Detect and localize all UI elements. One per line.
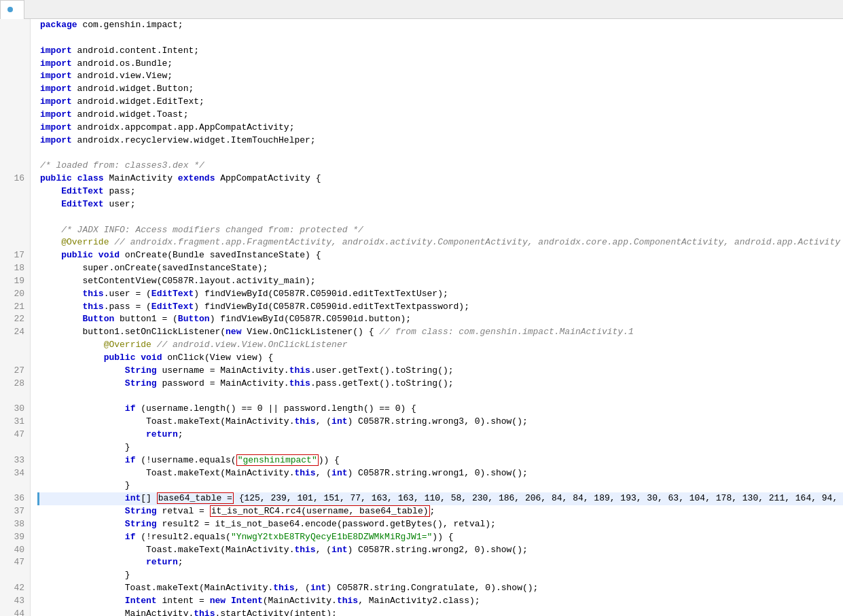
line-number: 22	[5, 313, 24, 326]
line-number: 39	[5, 531, 24, 544]
tab-bar	[0, 0, 843, 19]
code-line: EditText user;	[37, 198, 843, 211]
code-line: String result2 = it_is_not_base64.encode…	[37, 518, 843, 531]
code-line: if (!username.equals("genshinimpact")) {	[37, 454, 843, 467]
line-number: 28	[5, 378, 24, 391]
code-line: button1.setOnClickListener(new View.OnCl…	[37, 326, 843, 339]
line-number: 43	[5, 595, 24, 608]
line-number	[5, 134, 24, 147]
line-number	[5, 211, 24, 224]
code-line	[37, 211, 843, 224]
line-number: 31	[5, 416, 24, 429]
code-line: Toast.makeText(MainActivity.this, (int) …	[37, 467, 843, 480]
code-line: MainActivity.this.startActivity(intent);	[37, 608, 843, 616]
code-line: import android.content.Intent;	[37, 45, 843, 58]
line-number: 42	[5, 582, 24, 595]
line-numbers: 1617181920212224272830314733343637383940…	[0, 19, 31, 616]
code-line: int[] base64_table = {125, 239, 101, 151…	[37, 492, 843, 505]
code-line: Intent intent = new Intent(MainActivity.…	[37, 595, 843, 608]
code-line: @Override // android.view.View.OnClickLi…	[37, 339, 843, 352]
line-number: 17	[5, 249, 24, 262]
code-line: import android.widget.Button;	[37, 83, 843, 96]
line-number	[5, 479, 24, 492]
line-number: 47	[5, 429, 24, 441]
line-number	[5, 441, 24, 454]
code-line: /* JADX INFO: Access modifiers changed f…	[37, 224, 843, 237]
line-number: 27	[5, 365, 24, 378]
line-number: 37	[5, 505, 24, 518]
line-number: 38	[5, 518, 24, 531]
line-number: 19	[5, 275, 24, 288]
code-line: String retval = it_is_not_RC4.rc4(userna…	[37, 505, 843, 518]
line-number	[5, 122, 24, 134]
code-line: super.onCreate(savedInstanceState);	[37, 262, 843, 275]
main-activity-tab[interactable]	[0, 0, 24, 19]
code-line: public void onCreate(Bundle savedInstanc…	[37, 249, 843, 262]
code-line: import android.os.Bundle;	[37, 58, 843, 71]
code-line	[37, 390, 843, 403]
code-line: if (username.length() == 0 || password.l…	[37, 403, 843, 416]
code-line: setContentView(C0587R.layout.activity_ma…	[37, 275, 843, 288]
line-number: 44	[5, 608, 24, 616]
line-number	[5, 83, 24, 96]
code-line: import androidx.appcompat.app.AppCompatA…	[37, 122, 843, 134]
code-line: import androidx.recyclerview.widget.Item…	[37, 134, 843, 147]
line-number	[5, 70, 24, 83]
line-number: 34	[5, 467, 24, 480]
code-line: EditText pass;	[37, 185, 843, 198]
code-line: }	[37, 479, 843, 492]
line-number	[5, 198, 24, 211]
line-number	[5, 109, 24, 122]
line-number	[5, 45, 24, 58]
line-number: 24	[5, 326, 24, 339]
line-number	[5, 19, 24, 32]
code-line: if (!result2.equals("YnwgY2txbE8TRyQecyE…	[37, 531, 843, 544]
line-number	[5, 236, 24, 249]
code-line: this.user = (EditText) findViewById(C058…	[37, 288, 843, 301]
line-number	[5, 160, 24, 173]
line-number: 20	[5, 288, 24, 301]
code-line: @Override // androidx.fragment.app.Fragm…	[37, 236, 843, 249]
line-number: 40	[5, 544, 24, 557]
code-line: String username = MainActivity.this.user…	[37, 365, 843, 378]
code-content: package com.genshin.impact;import androi…	[31, 19, 843, 616]
code-line: Toast.makeText(MainActivity.this, (int) …	[37, 544, 843, 557]
code-line: public void onClick(View view) {	[37, 352, 843, 365]
line-number	[5, 224, 24, 237]
code-line: Toast.makeText(MainActivity.this, (int) …	[37, 416, 843, 429]
line-number: 21	[5, 301, 24, 314]
line-number	[5, 390, 24, 403]
code-line: /* loaded from: classes3.dex */	[37, 160, 843, 173]
code-line: }	[37, 441, 843, 454]
line-number: 33	[5, 454, 24, 467]
code-line: public class MainActivity extends AppCom…	[37, 173, 843, 185]
code-line: }	[37, 569, 843, 582]
line-number: 47	[5, 556, 24, 569]
code-line: import android.view.View;	[37, 70, 843, 83]
code-line: Toast.makeText(MainActivity.this, (int) …	[37, 582, 843, 595]
code-line: import android.widget.EditText;	[37, 96, 843, 109]
code-line: return;	[37, 556, 843, 569]
code-line: import android.widget.Toast;	[37, 109, 843, 122]
line-number	[5, 569, 24, 582]
code-line	[37, 32, 843, 45]
line-number	[5, 185, 24, 198]
line-number: 36	[5, 492, 24, 505]
line-number	[5, 352, 24, 365]
code-line: package com.genshin.impact;	[37, 19, 843, 32]
code-line: return;	[37, 429, 843, 441]
line-number: 16	[5, 173, 24, 185]
line-number	[5, 147, 24, 160]
code-line: String password = MainActivity.this.pass…	[37, 378, 843, 391]
line-number	[5, 32, 24, 45]
code-area: 1617181920212224272830314733343637383940…	[0, 19, 843, 616]
line-number	[5, 339, 24, 352]
code-line	[37, 147, 843, 160]
code-line: this.pass = (EditText) findViewById(C058…	[37, 301, 843, 314]
line-number	[5, 96, 24, 109]
line-number: 30	[5, 403, 24, 416]
tab-dot	[7, 7, 13, 12]
line-number	[5, 58, 24, 71]
line-number: 18	[5, 262, 24, 275]
code-line: Button button1 = (Button) findViewById(C…	[37, 313, 843, 326]
